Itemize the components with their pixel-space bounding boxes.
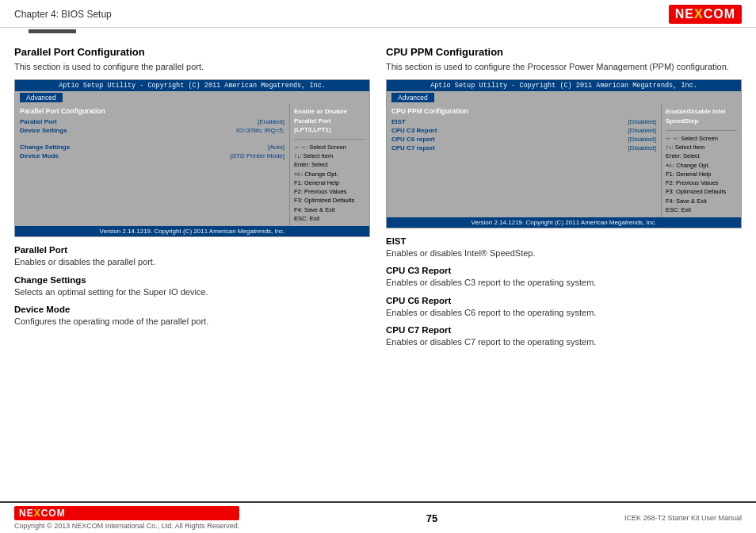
right-bios-screen: Aptio Setup Utility - Copyright (C) 2011… bbox=[386, 79, 742, 228]
bios-label-cpu-c3: CPU C3 Report bbox=[391, 127, 437, 134]
left-bios-right-panel: Enable or Disable Parallel Port (LPT3,LP… bbox=[290, 104, 369, 226]
right-field-desc-1: Enables or disables Intel® SpeedStep. bbox=[386, 247, 742, 259]
right-field-desc-3: Enables or disables C6 report to the ope… bbox=[386, 307, 742, 319]
right-field-title-3: CPU C6 Report bbox=[386, 296, 742, 305]
left-bios-help: ←→: Select Screen ↑↓: Select Item Enter:… bbox=[294, 143, 365, 223]
right-bios-help: ←→: Select Screen ↑↓: Select Item Enter:… bbox=[666, 134, 737, 214]
left-field-desc-1: Enables or disables the parallel port. bbox=[14, 256, 370, 268]
right-bios-right-panel: Enable/Disable Intel SpeedStep ←→: Selec… bbox=[662, 104, 741, 217]
bios-label-change-settings: Change Settings bbox=[20, 144, 70, 151]
footer-left: NEXCOM Copyright © 2013 NEXCOM Internati… bbox=[14, 506, 239, 530]
footer-product: ICEK 268-T2 Starter Kit User Manual bbox=[624, 514, 742, 522]
right-field-cpu-c7: CPU C7 Report Enables or disables C7 rep… bbox=[386, 325, 742, 348]
left-bios-tab[interactable]: Advanced bbox=[20, 93, 63, 102]
right-field-desc-2: Enables or disables C3 report to the ope… bbox=[386, 277, 742, 289]
left-bios-left-panel: Parallel Port Configuration Parallel Por… bbox=[15, 104, 290, 226]
left-section-desc: This section is used to configure the pa… bbox=[14, 61, 370, 73]
left-field-desc-2: Selects an optimal setting for the Super… bbox=[14, 286, 370, 298]
bios-row-device-mode: Device Mode [STD Printer Mode] bbox=[20, 152, 284, 159]
right-field-cpu-c3: CPU C3 Report Enables or disables C3 rep… bbox=[386, 266, 742, 289]
header-logo: NEXCOM bbox=[669, 5, 742, 24]
bios-value-parallel-port: [Enabled] bbox=[258, 118, 284, 125]
bios-row-cpu-c6: CPU C6 report [Disabled] bbox=[391, 136, 656, 143]
bios-value-device-mode: [STD Printer Mode] bbox=[231, 152, 284, 159]
bios-value-change-settings: [Auto] bbox=[268, 144, 284, 151]
right-field-cpu-c6: CPU C6 Report Enables or disables C6 rep… bbox=[386, 296, 742, 319]
right-bios-right-header: Enable/Disable Intel SpeedStep bbox=[666, 107, 737, 125]
page-footer: NEXCOM Copyright © 2013 NEXCOM Internati… bbox=[0, 501, 756, 533]
bios-value-cpu-c7: [Disabled] bbox=[628, 144, 656, 151]
right-bios-tab-row: Advanced bbox=[387, 91, 741, 104]
right-field-title-4: CPU C7 Report bbox=[386, 325, 742, 335]
footer-logo-text: NEXCOM bbox=[19, 508, 66, 519]
left-field-change-settings: Change Settings Selects an optimal setti… bbox=[14, 275, 370, 298]
left-section-heading: Parallel Port Configuration bbox=[14, 46, 370, 58]
header-bar bbox=[29, 29, 76, 33]
right-field-title-1: EIST bbox=[386, 236, 742, 246]
bios-value-cpu-c3: [Disabled] bbox=[628, 127, 656, 134]
bios-row-device-settings: Device Settings IO=378h; IRQ=5; bbox=[20, 127, 284, 134]
bios-label-device-settings: Device Settings bbox=[20, 127, 67, 134]
left-field-parallel-port: Parallel Port Enables or disables the pa… bbox=[14, 245, 370, 268]
left-field-title-2: Change Settings bbox=[14, 275, 370, 285]
right-section-desc: This section is used to configure the Pr… bbox=[386, 61, 742, 73]
right-column: CPU PPM Configuration This section is us… bbox=[386, 46, 742, 355]
right-bios-title: Aptio Setup Utility - Copyright (C) 2011… bbox=[387, 80, 741, 91]
bios-value-cpu-c6: [Disabled] bbox=[628, 136, 656, 143]
left-column: Parallel Port Configuration This section… bbox=[14, 46, 370, 355]
bios-label-parallel-port: Parallel Port bbox=[20, 118, 57, 125]
bios-label-cpu-c6: CPU C6 report bbox=[391, 136, 435, 143]
bios-value-device-settings: IO=378h; IRQ=5; bbox=[236, 127, 284, 134]
bios-row-change-settings: Change Settings [Auto] bbox=[20, 144, 284, 151]
chapter-title: Chapter 4: BIOS Setup bbox=[14, 9, 112, 20]
right-bios-section-label: CPU PPM Configuration bbox=[391, 107, 656, 115]
right-field-eist: EIST Enables or disables Intel® SpeedSte… bbox=[386, 236, 742, 259]
left-bios-footer: Version 2.14.1219. Copyright (C) 2011 Am… bbox=[15, 226, 369, 236]
left-field-title-3: Device Mode bbox=[14, 305, 370, 314]
right-bios-tab[interactable]: Advanced bbox=[391, 93, 434, 102]
right-bios-footer: Version 2.14.1219. Copyright (C) 2011 Am… bbox=[387, 217, 741, 228]
header-bar-row bbox=[0, 28, 756, 38]
page-header: Chapter 4: BIOS Setup NEXCOM bbox=[0, 0, 756, 28]
bios-row-cpu-c3: CPU C3 Report [Disabled] bbox=[391, 127, 656, 134]
main-content: Parallel Port Configuration This section… bbox=[0, 38, 756, 355]
right-section-heading: CPU PPM Configuration bbox=[386, 46, 742, 58]
bios-row-cpu-c7: CPU C7 report [Disabled] bbox=[391, 144, 656, 151]
left-bios-title: Aptio Setup Utility - Copyright (C) 2011… bbox=[15, 80, 369, 91]
left-bios-right-header: Enable or Disable Parallel Port (LPT3,LP… bbox=[294, 107, 365, 134]
left-bios-tab-row: Advanced bbox=[15, 91, 369, 104]
left-field-device-mode: Device Mode Configures the operating mod… bbox=[14, 305, 370, 328]
footer-page-number: 75 bbox=[426, 512, 437, 524]
bios-label-device-mode: Device Mode bbox=[20, 152, 59, 159]
footer-logo: NEXCOM bbox=[14, 506, 239, 520]
right-field-title-2: CPU C3 Report bbox=[386, 266, 742, 275]
footer-copyright: Copyright © 2013 NEXCOM International Co… bbox=[14, 522, 239, 530]
right-bios-left-panel: CPU PPM Configuration EIST [Disabled] CP… bbox=[387, 104, 662, 217]
bios-row-parallel-port: Parallel Port [Enabled] bbox=[20, 118, 284, 125]
left-field-title-1: Parallel Port bbox=[14, 245, 370, 255]
bios-value-eist: [Disabled] bbox=[628, 118, 656, 125]
left-bios-body: Parallel Port Configuration Parallel Por… bbox=[15, 104, 369, 226]
left-bios-screen: Aptio Setup Utility - Copyright (C) 2011… bbox=[14, 79, 370, 237]
bios-row-eist: EIST [Disabled] bbox=[391, 118, 656, 125]
left-bios-section-label: Parallel Port Configuration bbox=[20, 107, 284, 115]
left-bios-divider bbox=[294, 139, 365, 140]
header-logo-text: NEXCOM bbox=[675, 7, 735, 21]
bios-label-eist: EIST bbox=[391, 118, 406, 125]
right-field-desc-4: Enables or disables C7 report to the ope… bbox=[386, 336, 742, 348]
bios-label-cpu-c7: CPU C7 report bbox=[391, 144, 435, 151]
left-field-desc-3: Configures the operating mode of the par… bbox=[14, 316, 370, 328]
right-bios-divider bbox=[666, 130, 737, 131]
right-bios-body: CPU PPM Configuration EIST [Disabled] CP… bbox=[387, 104, 741, 217]
